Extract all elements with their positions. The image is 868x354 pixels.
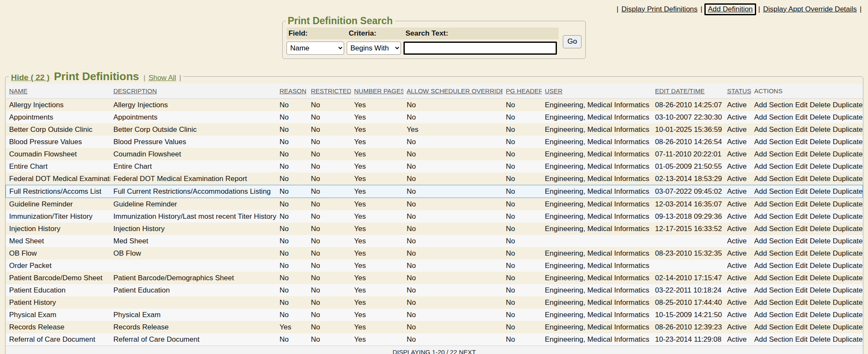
action-delete-link[interactable]: Delete [810,249,830,257]
action-add-section-link[interactable]: Add Section [754,286,793,294]
action-edit-link[interactable]: Edit [795,286,807,294]
action-duplicate-link[interactable]: Duplicate [833,249,863,257]
action-add-section-link[interactable]: Add Section [754,298,793,307]
action-edit-link[interactable]: Edit [795,138,807,146]
action-edit-link[interactable]: Edit [795,113,807,121]
action-delete-link[interactable]: Delete [810,323,830,331]
action-duplicate-link[interactable]: Duplicate [833,262,863,270]
column-header-user[interactable]: USER [542,84,652,99]
action-duplicate-link[interactable]: Duplicate [833,274,863,282]
action-delete-link[interactable]: Delete [810,125,830,134]
action-duplicate-link[interactable]: Duplicate [833,138,863,146]
go-button[interactable]: Go [563,35,582,48]
table-row[interactable]: Appointments Appointments No No Yes No N… [6,111,863,123]
action-add-section-link[interactable]: Add Section [754,175,793,183]
action-add-section-link[interactable]: Add Section [754,237,793,245]
action-duplicate-link[interactable]: Duplicate [833,237,863,245]
action-duplicate-link[interactable]: Duplicate [833,311,863,319]
action-delete-link[interactable]: Delete [810,138,830,146]
action-add-section-link[interactable]: Add Section [754,262,793,270]
action-edit-link[interactable]: Edit [795,237,807,245]
action-duplicate-link[interactable]: Duplicate [833,212,863,220]
action-add-section-link[interactable]: Add Section [754,311,793,319]
action-duplicate-link[interactable]: Duplicate [833,200,863,208]
hide-link[interactable]: Hide ( 22 ) [11,73,50,82]
table-row[interactable]: Full Restrictions/Accoms List Full Curre… [6,185,863,198]
action-edit-link[interactable]: Edit [795,298,807,307]
column-header-pg-header[interactable]: PG HEADER [503,84,542,99]
action-add-section-link[interactable]: Add Section [754,274,793,282]
action-add-section-link[interactable]: Add Section [754,138,793,146]
action-edit-link[interactable]: Edit [795,274,807,282]
action-duplicate-link[interactable]: Duplicate [833,101,863,109]
action-edit-link[interactable]: Edit [795,335,807,343]
table-row[interactable]: Patient Education Patient Education No N… [6,284,863,296]
action-duplicate-link[interactable]: Duplicate [833,286,863,294]
table-row[interactable]: Allergy Injections Allergy Injections No… [6,99,863,111]
search-text-input[interactable] [403,42,557,55]
action-delete-link[interactable]: Delete [810,237,830,245]
column-header-restricted[interactable]: RESTRICTED [308,84,351,99]
table-row[interactable]: OB Flow OB Flow No No Yes No No Engineer… [6,247,863,259]
table-row[interactable]: Better Corp Outside Clinic Better Corp O… [6,123,863,136]
table-row[interactable]: Injection History Injection History No N… [6,223,863,235]
action-edit-link[interactable]: Edit [795,323,807,331]
action-delete-link[interactable]: Delete [810,335,830,343]
action-delete-link[interactable]: Delete [810,311,830,319]
action-delete-link[interactable]: Delete [810,162,830,170]
action-edit-link[interactable]: Edit [795,101,807,109]
show-all-link[interactable]: Show All [148,74,176,82]
action-delete-link[interactable]: Delete [810,262,830,270]
nav-link-display-print-definitions[interactable]: Display Print Definitions [621,5,698,14]
table-row[interactable]: Referral of Care Document Referral of Ca… [6,333,863,346]
action-add-section-link[interactable]: Add Section [754,125,793,134]
column-header-description[interactable]: DESCRIPTION [110,84,276,99]
table-row[interactable]: Blood Pressure Values Blood Pressure Val… [6,136,863,148]
action-edit-link[interactable]: Edit [795,212,807,220]
action-duplicate-link[interactable]: Duplicate [833,175,863,183]
action-add-section-link[interactable]: Add Section [754,335,793,343]
action-edit-link[interactable]: Edit [795,150,807,158]
action-edit-link[interactable]: Edit [795,249,807,257]
table-row[interactable]: Med Sheet Med Sheet No No Yes No No Acti… [6,235,863,247]
table-row[interactable]: Records Release Records Release Yes No Y… [6,321,863,333]
action-delete-link[interactable]: Delete [810,175,830,183]
table-row[interactable]: Coumadin Flowsheet Coumadin Flowsheet No… [6,148,863,160]
table-row[interactable]: Patient History No No Yes No No Engineer… [6,296,863,309]
nav-link-add-definition[interactable]: Add Definition [704,3,756,15]
table-row[interactable]: Federal DOT Medical Examinati Federal DO… [6,173,863,185]
table-row[interactable]: Physical Exam Physical Exam No No Yes No… [6,309,863,321]
table-row[interactable]: Patient Barcode/Demo Sheet Patient Barco… [6,272,863,284]
field-select[interactable]: Name [287,42,344,55]
action-delete-link[interactable]: Delete [810,187,830,195]
action-delete-link[interactable]: Delete [810,113,830,121]
action-duplicate-link[interactable]: Duplicate [833,225,863,233]
action-add-section-link[interactable]: Add Section [754,187,793,195]
criteria-select[interactable]: Begins With [347,42,401,55]
action-edit-link[interactable]: Edit [795,187,807,195]
nav-link-display-appt-override-details[interactable]: Display Appt Override Details [763,5,857,14]
column-header-edit-date-time[interactable]: EDIT DATE/TIME [652,84,724,99]
table-row[interactable]: Order Packet No No Yes No No Engineering… [6,259,863,272]
action-duplicate-link[interactable]: Duplicate [833,323,863,331]
action-duplicate-link[interactable]: Duplicate [833,150,863,158]
action-delete-link[interactable]: Delete [810,150,830,158]
action-add-section-link[interactable]: Add Section [754,212,793,220]
table-row[interactable]: Entire Chart Entire Chart No No Yes No N… [6,160,863,173]
action-add-section-link[interactable]: Add Section [754,113,793,121]
action-add-section-link[interactable]: Add Section [754,101,793,109]
action-add-section-link[interactable]: Add Section [754,323,793,331]
action-edit-link[interactable]: Edit [795,225,807,233]
action-add-section-link[interactable]: Add Section [754,225,793,233]
column-header-reason[interactable]: REASON [276,84,308,99]
action-duplicate-link[interactable]: Duplicate [833,187,863,195]
action-add-section-link[interactable]: Add Section [754,162,793,170]
table-row[interactable]: Immunization/Titer History Immunization … [6,210,863,223]
action-edit-link[interactable]: Edit [795,175,807,183]
action-delete-link[interactable]: Delete [810,298,830,307]
action-add-section-link[interactable]: Add Section [754,249,793,257]
action-edit-link[interactable]: Edit [795,162,807,170]
action-edit-link[interactable]: Edit [795,125,807,134]
column-header-number-pages[interactable]: NUMBER PAGES [351,84,403,99]
action-edit-link[interactable]: Edit [795,200,807,208]
